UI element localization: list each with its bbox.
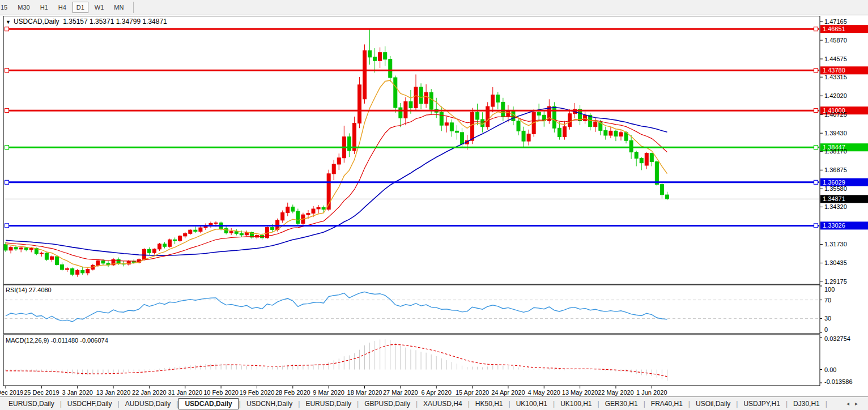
price-tick-label: 1.42020 — [824, 92, 847, 99]
line-drag-handle[interactable] — [814, 146, 818, 150]
line-drag-handle[interactable] — [814, 180, 818, 184]
candle-body — [384, 53, 387, 59]
candle-body — [184, 233, 187, 236]
candle-body — [286, 207, 290, 212]
tab-ger30-h1[interactable]: GER30,H1 — [600, 399, 643, 409]
date-tick-label: 19 Feb 2020 — [240, 389, 275, 396]
candle-body — [296, 211, 300, 223]
candle-body — [101, 261, 105, 263]
chart-dropdown-icon[interactable]: ▼ — [6, 19, 11, 25]
tab-gbpusd-daily[interactable]: GBPUSD,Daily — [359, 399, 415, 409]
candle-body — [9, 247, 12, 250]
line-drag-handle[interactable] — [5, 109, 9, 113]
date-tick-label: 31 Jan 2020 — [168, 389, 202, 396]
current-price-label-text: 1.34871 — [823, 195, 845, 202]
candle-body — [19, 248, 23, 249]
price-tick-label: 1.40725 — [824, 111, 847, 118]
candle-body — [337, 158, 341, 164]
candle-body — [496, 95, 500, 103]
date-tick-label: 1 Jun 2020 — [636, 389, 667, 396]
line-drag-handle[interactable] — [814, 27, 818, 31]
price-tick-label: 1.38170 — [824, 148, 847, 155]
timeframe-button-m30[interactable]: M30 — [14, 2, 33, 13]
timeframe-button-h4[interactable]: H4 — [54, 2, 70, 13]
timeframe-button-w1[interactable]: W1 — [91, 2, 108, 13]
timeframe-button-d1[interactable]: D1 — [73, 2, 88, 13]
price-tick-label: 1.43315 — [824, 74, 847, 80]
macd-tick-label: -0.013586 — [824, 378, 853, 385]
candle-body — [194, 230, 197, 232]
chart-canvas[interactable]: 1.466511.437801.410001.384471.360291.330… — [0, 16, 868, 396]
tab-uk100-h1[interactable]: UK100,H1 — [555, 399, 597, 409]
tab-usdchf-daily[interactable]: USDCHF,Daily — [62, 399, 117, 409]
tab-usdcnh-daily[interactable]: USDCNH,Daily — [241, 399, 297, 409]
candle-body — [368, 50, 372, 57]
line-drag-handle[interactable] — [5, 69, 9, 72]
candle-body — [307, 213, 310, 215]
macd-indicator-label: MACD(12,26,9) -0.011480 -0.006074 — [6, 337, 108, 344]
tab-scroll-left-icon[interactable]: ◂ — [846, 400, 855, 407]
tab-hk50-h1[interactable]: HK50,H1 — [470, 399, 508, 409]
candle-body — [568, 114, 572, 127]
line-drag-handle[interactable] — [5, 146, 9, 150]
line-drag-handle[interactable] — [5, 27, 9, 31]
tab-fra40-h1[interactable]: FRA40,H1 — [646, 399, 688, 409]
price-line-label-text: 1.36029 — [823, 179, 845, 186]
toolbar-separator — [133, 2, 134, 13]
timeframe-button-h1[interactable]: H1 — [36, 2, 52, 13]
candle-body — [378, 53, 382, 61]
timeframe-button-15[interactable]: 15 — [0, 2, 11, 13]
candle-body — [322, 207, 325, 209]
tab-uk100-h1[interactable]: UK100,H1 — [511, 399, 552, 409]
rsi-tick-label: 100 — [824, 286, 835, 293]
price-tick-label: 1.29175 — [824, 278, 847, 285]
tab-scroll-right-icon[interactable]: ▸ — [855, 400, 863, 407]
line-drag-handle[interactable] — [814, 109, 818, 113]
price-tick-label: 1.34320 — [824, 203, 847, 210]
candle-body — [178, 236, 182, 241]
candle-body — [655, 162, 658, 185]
candle-body — [527, 134, 530, 141]
tab-usdcad-daily[interactable]: USDCAD,Daily — [178, 398, 238, 409]
price-line-label-text: 1.46651 — [823, 25, 845, 32]
candle-body — [424, 92, 428, 104]
candle-body — [245, 233, 248, 235]
candle-body — [281, 213, 284, 220]
candle-body — [224, 229, 228, 233]
candle-body — [71, 268, 74, 274]
line-drag-handle[interactable] — [5, 224, 9, 228]
candle-body — [86, 270, 90, 273]
candle-body — [512, 111, 515, 121]
chart-title: ▼USDCAD,Daily 1.35157 1.35371 1.34799 1.… — [6, 18, 167, 25]
tab-eurusd-daily[interactable]: EURUSD,Daily — [3, 399, 59, 409]
tab-xauusd-h4[interactable]: XAUUSD,H4 — [418, 399, 467, 409]
candle-body — [450, 123, 453, 131]
candle-body — [56, 257, 59, 264]
candle-body — [486, 106, 490, 127]
candle-body — [61, 264, 64, 270]
tab-dj30-h1[interactable]: DJ30,H1 — [788, 399, 825, 409]
line-drag-handle[interactable] — [814, 69, 818, 72]
line-drag-handle[interactable] — [5, 180, 9, 184]
price-tick-label: 1.36875 — [824, 166, 847, 173]
candle-body — [4, 245, 7, 250]
candle-body — [45, 253, 48, 259]
candle-body — [199, 228, 202, 232]
candle-body — [214, 223, 218, 223]
rsi-tick-label: 70 — [824, 297, 831, 304]
candle-body — [399, 108, 402, 118]
tab-audusd-daily[interactable]: AUDUSD,Daily — [120, 399, 176, 409]
tab-eurusd-daily[interactable]: EURUSD,Daily — [300, 399, 356, 409]
line-drag-handle[interactable] — [814, 224, 818, 228]
candle-body — [558, 128, 561, 136]
tab-usoil-daily[interactable]: USOil,Daily — [691, 399, 735, 409]
price-line-label-text: 1.33026 — [823, 222, 845, 229]
timeframe-button-mn[interactable]: MN — [110, 2, 127, 13]
rsi-value: 27.4080 — [29, 287, 52, 293]
candle-body — [271, 228, 274, 230]
price-tick-label: 1.35580 — [824, 185, 847, 192]
chart-symbol-label: USDCAD,Daily — [14, 18, 59, 25]
tab-usdjpy-h1[interactable]: USDJPY,H1 — [738, 399, 785, 409]
candle-body — [50, 257, 53, 259]
candle-body — [517, 121, 520, 131]
